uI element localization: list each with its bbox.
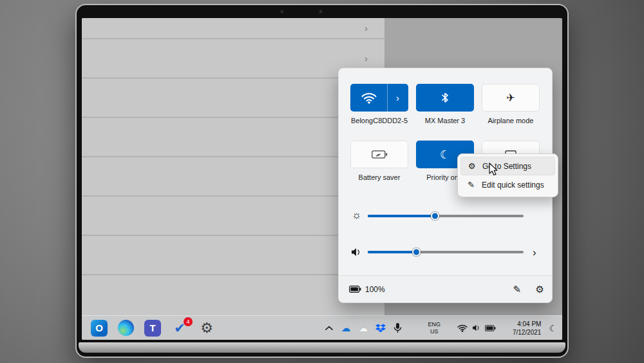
volume-output-button[interactable]: › — [533, 246, 536, 259]
wifi-icon — [457, 324, 468, 332]
language-switcher[interactable]: ENG US — [428, 321, 440, 335]
battery-icon — [349, 286, 361, 293]
pencil-icon: ✎ — [466, 181, 476, 189]
camera-icon — [319, 10, 323, 14]
airplane-label: Airplane mode — [482, 117, 540, 124]
mic-dot — [280, 10, 284, 14]
airplane-mode-button[interactable]: ✈ — [482, 84, 540, 112]
gear-icon: ⚙ — [467, 162, 477, 170]
dropbox-icon[interactable] — [375, 324, 386, 333]
volume-icon — [351, 248, 361, 259]
battery-percent-label: 100% — [365, 285, 385, 294]
edge-icon[interactable] — [118, 320, 134, 336]
menu-item-label: Edit quick settings — [482, 181, 544, 190]
menu-item-go-to-settings[interactable]: ⚙ Go to Settings — [460, 157, 555, 175]
chevron-right-icon: › — [365, 23, 368, 33]
device-stand — [79, 342, 565, 353]
teams-icon[interactable]: T — [144, 320, 161, 337]
screen: › › — [82, 18, 562, 340]
language-line2: US — [428, 328, 440, 335]
wifi-button[interactable]: › — [350, 84, 408, 112]
battery-saver-label: Battery saver — [350, 173, 408, 181]
quick-settings-footer: 100% ✎ ⚙ — [339, 275, 552, 302]
bluetooth-button[interactable] — [416, 84, 474, 112]
settings-app-icon[interactable]: ⚙ — [198, 320, 215, 337]
outlook-icon[interactable]: O — [91, 320, 108, 337]
focus-assist-tray-icon[interactable]: ☾ — [549, 324, 557, 333]
microphone-icon[interactable] — [393, 322, 402, 333]
todo-icon[interactable]: ✔ 4 — [171, 320, 188, 337]
brightness-slider-thumb[interactable] — [431, 212, 439, 221]
battery-status[interactable]: 100% — [349, 276, 385, 302]
brightness-slider[interactable] — [368, 215, 524, 217]
airplane-icon: ✈ — [506, 92, 515, 104]
volume-slider-thumb[interactable] — [412, 248, 421, 257]
photo-backdrop: › › — [0, 0, 644, 363]
gear-icon: ⚙ — [200, 320, 213, 337]
brightness-icon: ☼ — [352, 210, 362, 221]
device-frame: › › — [75, 4, 569, 358]
context-menu: ⚙ Go to Settings ✎ Edit quick settings — [457, 153, 558, 197]
mouse-cursor — [489, 162, 499, 177]
menu-item-edit-quick-settings[interactable]: ✎ Edit quick settings — [460, 175, 555, 194]
clock[interactable]: 4:04 PM 7/12/2021 — [513, 320, 542, 337]
battery-icon — [485, 325, 496, 331]
onedrive-icon[interactable]: ☁ — [341, 323, 350, 333]
quick-settings-tray-button[interactable] — [453, 322, 500, 335]
cloud-icon[interactable]: ☁ — [358, 323, 368, 333]
taskbar: O T ✔ 4 ⚙ — [82, 315, 562, 340]
language-line1: ENG — [428, 321, 440, 328]
moon-icon: ☾ — [440, 148, 450, 162]
volume-slider[interactable] — [368, 251, 524, 253]
date-label: 7/12/2021 — [513, 328, 542, 337]
speaker-icon — [472, 324, 480, 331]
bluetooth-label: MX Master 3 — [416, 117, 474, 124]
wifi-label: BelongC8DDD2-5 — [350, 117, 408, 124]
list-item[interactable]: › — [82, 18, 384, 39]
edit-quick-settings-button[interactable]: ✎ — [513, 276, 521, 302]
bluetooth-icon — [440, 92, 450, 103]
taskbar-app-icons: O T ✔ 4 ⚙ — [91, 316, 215, 340]
battery-saver-icon — [372, 150, 388, 159]
wifi-icon — [351, 84, 388, 112]
battery-saver-button[interactable] — [350, 141, 408, 168]
show-hidden-icons-button[interactable] — [325, 326, 333, 331]
wifi-expand-button[interactable]: › — [388, 84, 408, 112]
outlook-letter: O — [95, 322, 103, 333]
notification-badge: 4 — [184, 317, 193, 326]
settings-button[interactable]: ⚙ — [536, 276, 544, 302]
teams-letter: T — [149, 322, 155, 333]
chevron-right-icon: › — [365, 54, 368, 63]
taskbar-tray: ☁ ☁ ENG US — [325, 316, 557, 340]
time-label: 4:04 PM — [513, 320, 542, 328]
